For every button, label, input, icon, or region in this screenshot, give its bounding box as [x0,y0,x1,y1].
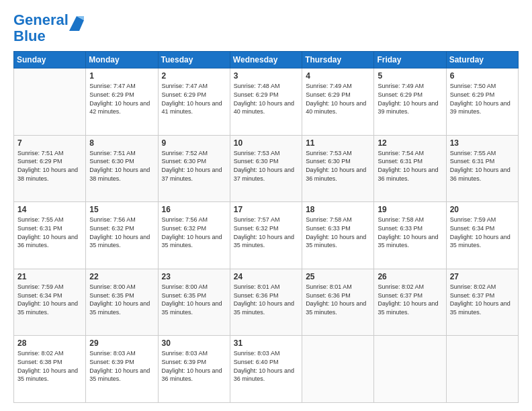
calendar-cell: 31Sunrise: 8:03 AM Sunset: 6:40 PM Dayli… [230,336,302,403]
calendar-week-row: 14Sunrise: 7:55 AM Sunset: 6:31 PM Dayli… [14,202,519,269]
day-info: Sunrise: 8:02 AM Sunset: 6:38 PM Dayligh… [17,349,82,383]
day-info: Sunrise: 7:58 AM Sunset: 6:33 PM Dayligh… [306,216,370,249]
calendar-cell: 19Sunrise: 7:58 AM Sunset: 6:33 PM Dayli… [374,202,446,269]
calendar-cell: 24Sunrise: 8:01 AM Sunset: 6:36 PM Dayli… [230,269,302,336]
day-info: Sunrise: 7:59 AM Sunset: 6:34 PM Dayligh… [17,283,82,316]
day-info: Sunrise: 8:03 AM Sunset: 6:39 PM Dayligh… [162,349,226,383]
calendar-week-row: 28Sunrise: 8:02 AM Sunset: 6:38 PM Dayli… [14,336,519,403]
calendar-cell: 11Sunrise: 7:53 AM Sunset: 6:30 PM Dayli… [302,135,374,202]
day-number: 9 [162,138,226,148]
day-info: Sunrise: 7:59 AM Sunset: 6:34 PM Dayligh… [450,216,515,249]
day-info: Sunrise: 7:56 AM Sunset: 6:32 PM Dayligh… [162,216,226,249]
logo: General Blue [13,12,84,44]
header: General Blue [13,12,519,44]
day-number: 15 [89,205,154,214]
calendar-cell: 28Sunrise: 8:02 AM Sunset: 6:38 PM Dayli… [14,336,86,403]
calendar-cell [374,336,446,403]
day-number: 20 [450,205,515,214]
day-header-thursday: Thursday [302,52,374,68]
day-info: Sunrise: 8:00 AM Sunset: 6:35 PM Dayligh… [89,283,154,316]
day-info: Sunrise: 8:01 AM Sunset: 6:36 PM Dayligh… [234,283,298,316]
day-header-monday: Monday [86,52,158,68]
day-info: Sunrise: 7:49 AM Sunset: 6:29 PM Dayligh… [306,82,370,116]
logo-chevron-icon [69,12,84,31]
calendar-cell: 5Sunrise: 7:49 AM Sunset: 6:29 PM Daylig… [374,68,446,136]
day-header-tuesday: Tuesday [158,52,230,68]
day-info: Sunrise: 7:53 AM Sunset: 6:30 PM Dayligh… [306,149,370,183]
calendar-cell: 23Sunrise: 8:00 AM Sunset: 6:35 PM Dayli… [158,269,230,336]
day-info: Sunrise: 8:02 AM Sunset: 6:37 PM Dayligh… [378,283,442,316]
page: General Blue SundayMondayTuesdayWednesda… [0,0,532,411]
day-number: 22 [89,272,154,281]
day-number: 2 [162,71,226,81]
calendar-cell: 2Sunrise: 7:47 AM Sunset: 6:29 PM Daylig… [158,68,230,136]
calendar-cell: 4Sunrise: 7:49 AM Sunset: 6:29 PM Daylig… [302,68,374,136]
day-number: 18 [306,205,370,214]
day-info: Sunrise: 7:49 AM Sunset: 6:29 PM Dayligh… [378,82,442,116]
calendar-cell: 15Sunrise: 7:56 AM Sunset: 6:32 PM Dayli… [86,202,158,269]
calendar-cell: 27Sunrise: 8:02 AM Sunset: 6:37 PM Dayli… [446,269,518,336]
day-info: Sunrise: 7:52 AM Sunset: 6:30 PM Dayligh… [162,149,226,183]
day-info: Sunrise: 7:58 AM Sunset: 6:33 PM Dayligh… [378,216,442,249]
calendar-cell: 12Sunrise: 7:54 AM Sunset: 6:31 PM Dayli… [374,135,446,202]
calendar-cell: 18Sunrise: 7:58 AM Sunset: 6:33 PM Dayli… [302,202,374,269]
calendar-cell [446,336,518,403]
calendar-cell: 26Sunrise: 8:02 AM Sunset: 6:37 PM Dayli… [374,269,446,336]
calendar-cell: 14Sunrise: 7:55 AM Sunset: 6:31 PM Dayli… [14,202,86,269]
logo-blue: Blue [13,28,46,44]
day-header-saturday: Saturday [446,52,518,68]
calendar-header-row: SundayMondayTuesdayWednesdayThursdayFrid… [14,52,519,68]
day-number: 24 [234,272,298,281]
day-info: Sunrise: 8:00 AM Sunset: 6:35 PM Dayligh… [162,283,226,316]
day-number: 1 [89,71,154,81]
day-header-sunday: Sunday [14,52,86,68]
calendar-cell: 9Sunrise: 7:52 AM Sunset: 6:30 PM Daylig… [158,135,230,202]
calendar-cell [14,68,86,136]
day-number: 27 [450,272,515,281]
calendar-cell: 17Sunrise: 7:57 AM Sunset: 6:32 PM Dayli… [230,202,302,269]
day-number: 19 [378,205,442,214]
day-number: 31 [234,338,298,348]
calendar-cell: 7Sunrise: 7:51 AM Sunset: 6:29 PM Daylig… [14,135,86,202]
calendar-cell: 16Sunrise: 7:56 AM Sunset: 6:32 PM Dayli… [158,202,230,269]
day-info: Sunrise: 7:47 AM Sunset: 6:29 PM Dayligh… [162,82,226,116]
day-info: Sunrise: 7:50 AM Sunset: 6:29 PM Dayligh… [450,82,515,116]
day-number: 12 [378,138,442,148]
day-number: 11 [306,138,370,148]
calendar-week-row: 1Sunrise: 7:47 AM Sunset: 6:29 PM Daylig… [14,68,519,136]
day-number: 10 [234,138,298,148]
day-number: 4 [306,71,370,81]
calendar-week-row: 21Sunrise: 7:59 AM Sunset: 6:34 PM Dayli… [14,269,519,336]
day-info: Sunrise: 7:55 AM Sunset: 6:31 PM Dayligh… [17,216,82,249]
day-number: 25 [306,272,370,281]
calendar-table: SundayMondayTuesdayWednesdayThursdayFrid… [13,51,519,403]
day-info: Sunrise: 7:55 AM Sunset: 6:31 PM Dayligh… [450,149,515,183]
day-number: 7 [17,138,82,148]
logo-general: General [13,11,69,28]
day-number: 16 [162,205,226,214]
day-info: Sunrise: 7:57 AM Sunset: 6:32 PM Dayligh… [234,216,298,249]
day-number: 29 [89,338,154,348]
calendar-cell: 8Sunrise: 7:51 AM Sunset: 6:30 PM Daylig… [86,135,158,202]
calendar-cell: 3Sunrise: 7:48 AM Sunset: 6:29 PM Daylig… [230,68,302,136]
day-number: 13 [450,138,515,148]
calendar-week-row: 7Sunrise: 7:51 AM Sunset: 6:29 PM Daylig… [14,135,519,202]
calendar-cell: 10Sunrise: 7:53 AM Sunset: 6:30 PM Dayli… [230,135,302,202]
day-number: 5 [378,71,442,81]
day-info: Sunrise: 7:54 AM Sunset: 6:31 PM Dayligh… [378,149,442,183]
day-info: Sunrise: 8:01 AM Sunset: 6:36 PM Dayligh… [306,283,370,316]
day-info: Sunrise: 7:51 AM Sunset: 6:29 PM Dayligh… [17,149,82,183]
day-header-wednesday: Wednesday [230,52,302,68]
day-number: 30 [162,338,226,348]
day-number: 3 [234,71,298,81]
day-info: Sunrise: 7:48 AM Sunset: 6:29 PM Dayligh… [234,82,298,116]
day-info: Sunrise: 8:02 AM Sunset: 6:37 PM Dayligh… [450,283,515,316]
day-number: 14 [17,205,82,214]
calendar-cell: 22Sunrise: 8:00 AM Sunset: 6:35 PM Dayli… [86,269,158,336]
calendar-cell: 30Sunrise: 8:03 AM Sunset: 6:39 PM Dayli… [158,336,230,403]
day-number: 28 [17,338,82,348]
day-info: Sunrise: 7:53 AM Sunset: 6:30 PM Dayligh… [234,149,298,183]
calendar-cell: 25Sunrise: 8:01 AM Sunset: 6:36 PM Dayli… [302,269,374,336]
day-info: Sunrise: 8:03 AM Sunset: 6:39 PM Dayligh… [89,349,154,383]
day-number: 21 [17,272,82,281]
